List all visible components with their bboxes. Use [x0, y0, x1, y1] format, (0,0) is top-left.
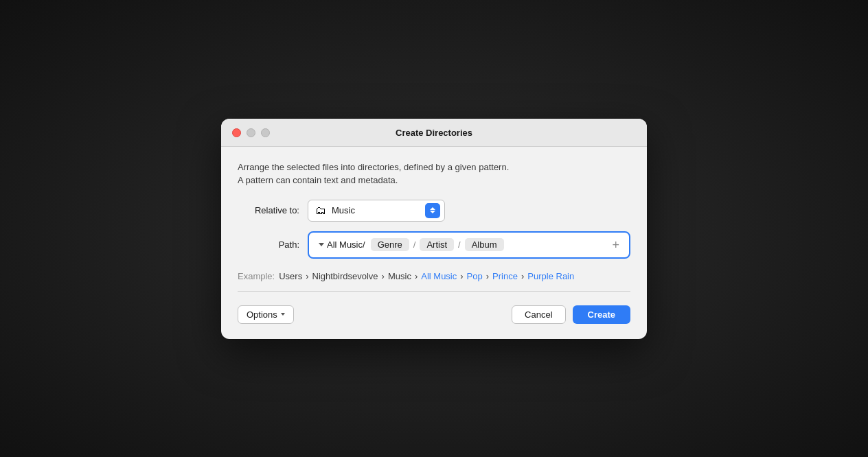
desktop-background: Create Directories Arrange the selected … — [0, 0, 868, 457]
traffic-lights — [232, 128, 270, 137]
example-users: Users — [279, 271, 302, 281]
path-row: Path: All Music/ Genre / Artist / Album … — [238, 231, 630, 259]
description-line1: Arrange the selected files into director… — [238, 161, 630, 174]
example-arrow-3: › — [415, 271, 418, 281]
create-directories-window: Create Directories Arrange the selected … — [221, 119, 647, 339]
example-music: Music — [388, 271, 411, 281]
window-body: Arrange the selected files into director… — [221, 147, 647, 339]
window-title: Create Directories — [396, 128, 472, 138]
title-bar: Create Directories — [221, 119, 647, 147]
options-arrow-icon — [281, 313, 285, 316]
options-label: Options — [247, 309, 277, 320]
path-root: All Music/ — [327, 239, 365, 250]
description-line2: A pattern can contain text and metadata. — [238, 174, 630, 187]
path-tag-genre[interactable]: Genre — [371, 238, 409, 251]
example-arrow-5: › — [486, 271, 489, 281]
relative-to-label: Relative to: — [238, 205, 299, 215]
path-separator-1: / — [413, 239, 416, 250]
example-arrow-6: › — [521, 271, 524, 281]
dropdown-arrow-icon — [319, 243, 324, 246]
path-tag-artist[interactable]: Artist — [420, 238, 454, 251]
example-pop: Pop — [467, 271, 483, 281]
example-arrow-4: › — [460, 271, 463, 281]
path-label: Path: — [238, 239, 299, 250]
relative-to-row: Relative to: 🗂 Music — [238, 200, 630, 222]
example-purple-rain: Purple Rain — [527, 271, 574, 281]
maximize-button[interactable] — [261, 128, 270, 137]
path-dropdown-button[interactable]: All Music/ — [316, 238, 368, 251]
path-tag-album[interactable]: Album — [465, 238, 504, 251]
spinner-up-icon — [430, 207, 435, 210]
minimize-button[interactable] — [247, 128, 255, 137]
folder-icon: 🗂 — [314, 205, 328, 216]
path-add-button[interactable]: + — [609, 239, 622, 251]
create-button[interactable]: Create — [573, 305, 630, 324]
relative-to-value: Music — [332, 205, 421, 215]
footer-buttons: Cancel Create — [512, 305, 630, 324]
close-button[interactable] — [232, 128, 241, 137]
options-button[interactable]: Options — [238, 305, 294, 324]
relative-to-select[interactable]: 🗂 Music — [308, 200, 445, 222]
path-separator-2: / — [458, 239, 461, 250]
example-row: Example: Users › Nightbirdsevolve › Musi… — [238, 271, 630, 292]
example-nightbirdsevolve: Nightbirdsevolve — [312, 271, 378, 281]
path-container[interactable]: All Music/ Genre / Artist / Album + — [308, 231, 630, 259]
description: Arrange the selected files into director… — [238, 161, 630, 187]
example-prince: Prince — [492, 271, 518, 281]
spinner-down-icon — [430, 211, 435, 213]
footer-row: Options Cancel Create — [238, 304, 630, 324]
example-arrow-1: › — [306, 271, 308, 281]
spinner-control[interactable] — [425, 203, 440, 218]
cancel-button[interactable]: Cancel — [512, 305, 565, 324]
example-all-music: All Music — [421, 271, 457, 281]
example-label: Example: — [238, 271, 275, 281]
example-arrow-2: › — [382, 271, 385, 281]
